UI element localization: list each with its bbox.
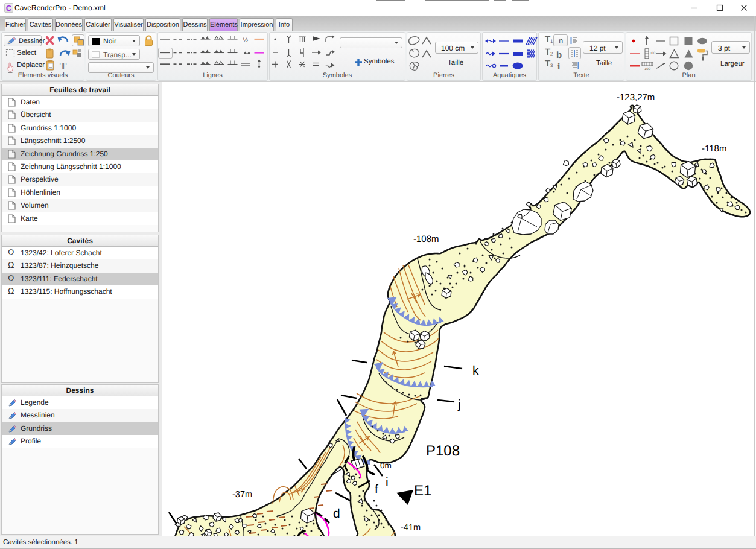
svg-text:T: T — [545, 47, 550, 57]
svg-text:100: 100 — [649, 51, 656, 56]
svg-text:i: i — [557, 62, 560, 72]
svg-text:-41m: -41m — [401, 523, 421, 533]
svg-text:-118m: -118m — [702, 144, 726, 154]
svg-text:-37m: -37m — [232, 490, 252, 500]
svg-text:-123,27m: -123,27m — [617, 92, 655, 103]
svg-text:½: ½ — [243, 37, 248, 44]
svg-text:f: f — [375, 483, 378, 497]
svg-text:i: i — [386, 475, 389, 489]
svg-text:0m: 0m — [380, 461, 392, 470]
svg-text:E1: E1 — [414, 483, 431, 499]
svg-text:k: k — [472, 364, 479, 378]
svg-text:T: T — [545, 59, 550, 69]
svg-text:-108m: -108m — [413, 234, 439, 244]
svg-text:j: j — [457, 398, 461, 411]
svg-text:100: 100 — [644, 67, 651, 71]
svg-text:b: b — [556, 50, 562, 60]
svg-text:1: 1 — [550, 39, 553, 44]
svg-text:d: d — [333, 507, 340, 521]
svg-text:3: 3 — [550, 63, 553, 68]
svg-text:P108: P108 — [426, 443, 460, 459]
svg-text:T: T — [60, 60, 67, 72]
svg-text:T: T — [545, 34, 550, 45]
svg-text:2: 2 — [550, 51, 553, 57]
